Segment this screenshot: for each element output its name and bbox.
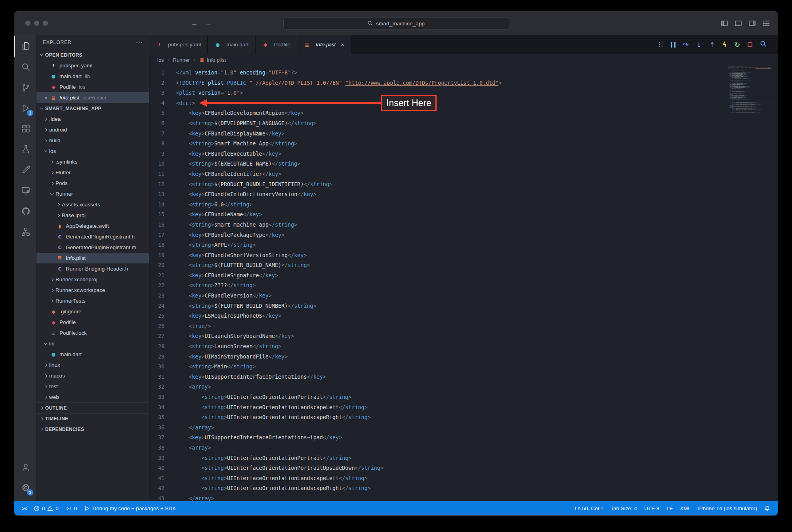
code-line[interactable]: <key>CFBundleDisplayName</key> (176, 129, 778, 139)
tree-file-Podfile.lock[interactable]: Podfile.lock (36, 328, 149, 338)
hot-restart-icon[interactable]: ↻ (735, 41, 740, 49)
toolbar-drag-handle-icon[interactable] (658, 42, 664, 48)
activitybar-accounts[interactable] (14, 457, 36, 477)
code-line[interactable]: <string>smart_machine_app</string> (176, 220, 778, 230)
code-line[interactable]: <key>CFBundleDevelopmentRegion</key> (176, 108, 778, 118)
code-line[interactable]: <string>$(DEVELOPMENT_LANGUAGE)</string> (176, 118, 778, 129)
customize-layout-icon[interactable] (762, 20, 770, 27)
code-content[interactable]: <?xml version="1.0" encoding="UTF-8"?><!… (176, 68, 778, 501)
code-line[interactable]: </array> (176, 423, 778, 433)
code-line[interactable]: <string>Smart Machine App</string> (176, 139, 778, 149)
activitybar-tools[interactable] (14, 160, 36, 180)
close-window-button[interactable] (25, 21, 31, 26)
cursor-position-indicator[interactable]: Ln 50, Col 1 (571, 501, 607, 515)
code-line[interactable]: <key>CFBundleInfoDictionaryVersion</key> (176, 189, 778, 200)
problems-indicator[interactable]: 0 0 (30, 501, 62, 515)
tree-folder-linux[interactable]: linux (36, 360, 149, 370)
breadcrumb-item-ios[interactable]: ios (157, 57, 164, 63)
widget-inspector-icon[interactable] (760, 40, 767, 49)
code-line[interactable]: </array> (176, 494, 778, 501)
tree-folder-.symlinks[interactable]: .symlinks (36, 156, 149, 167)
open-editor-main.dart[interactable]: main.dartlib (36, 71, 149, 82)
code-line[interactable]: <string>$(EXECUTABLE_NAME)</string> (176, 159, 778, 169)
zoom-window-button[interactable] (43, 21, 48, 26)
tree-folder-Base.lproj[interactable]: Base.lproj (36, 210, 149, 221)
code-line[interactable]: <string>APPL</string> (176, 240, 778, 250)
encoding-indicator[interactable]: UTF-8 (641, 501, 663, 515)
eol-indicator[interactable]: LF (663, 501, 676, 515)
code-line[interactable]: <string>UIInterfaceOrientationPortrait</… (176, 392, 778, 402)
tree-file-.gitignore[interactable]: .gitignore (36, 306, 149, 317)
breadcrumb-item-Runner[interactable]: Runner (173, 57, 190, 63)
hot-reload-icon[interactable]: ϟ (723, 41, 727, 49)
open-editor-Info.plist[interactable]: ×Info.plistios/Runner (36, 92, 149, 103)
back-button[interactable]: ← (189, 19, 200, 27)
activitybar-search[interactable] (14, 57, 36, 77)
remote-indicator[interactable]: >< (18, 501, 30, 515)
tree-file-GeneratedPluginRegistrant.m[interactable]: GeneratedPluginRegistrant.m (36, 242, 149, 253)
code-line[interactable]: <key>CFBundleShortVersionString</key> (176, 250, 778, 261)
code-line[interactable]: <string>UIInterfaceOrientationLandscapeR… (176, 412, 778, 423)
tree-folder-macos[interactable]: macos (36, 370, 149, 381)
debug-configuration[interactable]: Debug my code + packages + SDK (80, 501, 179, 515)
code-line[interactable]: <key>CFBundleIdentifier</key> (176, 169, 778, 179)
close-icon[interactable]: × (341, 41, 344, 48)
tab-pubspec.yaml[interactable]: pubspec.yaml (149, 35, 208, 54)
tab-Podfile[interactable]: Podfile (256, 35, 297, 54)
code-line[interactable]: <string>UIInterfaceOrientationLandscapeL… (176, 473, 778, 484)
code-line[interactable]: <key>UISupportedInterfaceOrientations</k… (176, 372, 778, 382)
code-line[interactable]: <string>UIInterfaceOrientationLandscapeR… (176, 483, 778, 494)
toggle-panel-icon[interactable] (735, 20, 742, 27)
stop-icon[interactable] (748, 42, 752, 47)
code-line[interactable]: <string>6.0</string> (176, 200, 778, 210)
tree-folder-build[interactable]: build (36, 135, 149, 146)
minimap[interactable]: <?xml version="1.0" encoding="UTF-8"?><!… (727, 67, 771, 126)
code-line[interactable]: <key>UILaunchStoryboardName</key> (176, 331, 778, 341)
tree-folder-Flutter[interactable]: Flutter (36, 167, 149, 178)
step-into-icon[interactable]: ↓ (696, 41, 702, 49)
code-line[interactable]: <string>$(PRODUCT_BUNDLE_IDENTIFIER)</st… (176, 179, 778, 190)
code-line[interactable]: <array> (176, 443, 778, 453)
tree-folder-RunnerTests[interactable]: RunnerTests (36, 296, 149, 306)
activitybar-remote-explorer[interactable] (14, 180, 36, 201)
code-line[interactable]: <!DOCTYPE plist PUBLIC "-//Apple//DTD PL… (176, 78, 778, 88)
code-line[interactable]: <string>Main</string> (176, 362, 778, 372)
outline-section-header[interactable]: OUTLINE (36, 402, 149, 413)
pause-icon[interactable] (671, 42, 676, 48)
activitybar-source-control[interactable] (14, 77, 36, 98)
tree-file-AppDelegate.swift[interactable]: AppDelegate.swift (36, 221, 149, 231)
code-line[interactable]: </array> (727, 113, 771, 114)
timeline-section-header[interactable]: TIMELINE (36, 413, 149, 424)
code-line[interactable]: <key>CFBundleName</key> (176, 210, 778, 220)
activitybar-testing[interactable] (14, 139, 36, 160)
tree-folder-Runner.xcworkspace[interactable]: Runner.xcworkspace (36, 285, 149, 296)
code-line[interactable]: <string>$(FLUTTER_BUILD_NUMBER)</string> (176, 301, 778, 311)
toggle-secondary-sidebar-icon[interactable] (748, 20, 756, 27)
code-line[interactable]: <string>LaunchScreen</string> (176, 341, 778, 352)
tree-folder-Runner.xcodeproj[interactable]: Runner.xcodeproj (36, 274, 149, 285)
code-line[interactable]: <key>CFBundlePackageType</key> (176, 230, 778, 240)
code-line[interactable]: <string>UIInterfaceOrientationPortrait</… (176, 453, 778, 463)
tree-folder-Pods[interactable]: Pods (36, 178, 149, 189)
code-line[interactable]: <string>UIInterfaceOrientationLandscapeL… (176, 402, 778, 413)
step-out-icon[interactable]: ↑ (709, 41, 715, 49)
tree-folder-Assets.xcassets[interactable]: Assets.xcassets (36, 199, 149, 210)
activitybar-explorer[interactable] (14, 36, 36, 57)
toggle-sidebar-icon[interactable] (721, 20, 728, 27)
code-line[interactable]: <string>UIInterfaceOrientationPortraitUp… (176, 463, 778, 473)
tree-file-Info.plist[interactable]: Info.plist (36, 253, 149, 263)
tree-file-Podfile[interactable]: Podfile (36, 317, 149, 328)
ports-indicator[interactable]: 0 (62, 501, 81, 515)
workspace-section-header[interactable]: SMART_MACHINE_APP (36, 103, 149, 114)
breadcrumb-item-Info.plist[interactable]: Info.plist (199, 57, 226, 63)
tree-folder-web[interactable]: web (36, 392, 149, 402)
tree-file-GeneratedPluginRegistrant.h[interactable]: GeneratedPluginRegistrant.h (36, 231, 149, 242)
activitybar-run-debug[interactable]: 1 (14, 98, 36, 118)
tab-main.dart[interactable]: main.dart (208, 35, 255, 54)
forward-button[interactable]: → (203, 19, 213, 27)
code-line[interactable]: <key>CFBundleExecutable</key> (176, 149, 778, 159)
code-line[interactable]: <key>UISupportedInterfaceOrientations~ip… (176, 433, 778, 443)
code-line[interactable]: <string>????</string> (176, 280, 778, 291)
tab-Info.plist[interactable]: Info.plist× (297, 35, 351, 54)
tree-folder-test[interactable]: test (36, 381, 149, 392)
